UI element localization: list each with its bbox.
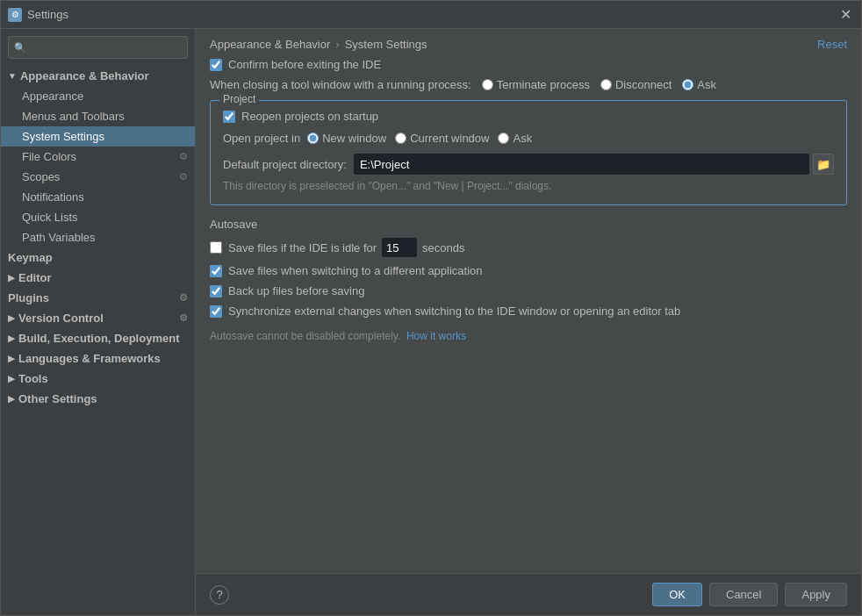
app-icon: ⚙ <box>8 8 22 22</box>
breadcrumb-current: System Settings <box>345 38 427 51</box>
sidebar-item-tools[interactable]: ▶ Tools <box>1 369 195 389</box>
reset-button[interactable]: Reset <box>817 38 847 51</box>
sidebar-item-editor[interactable]: ▶ Editor <box>1 268 195 288</box>
current-window-radio[interactable] <box>395 133 406 144</box>
how-it-works-link[interactable]: How it works <box>406 330 466 342</box>
sync-checkbox[interactable] <box>210 305 222 318</box>
folder-button[interactable]: 📁 <box>813 154 834 175</box>
sidebar-item-keymap[interactable]: Keymap <box>1 247 195 268</box>
sidebar-item-languages-frameworks[interactable]: ▶ Languages & Frameworks <box>1 348 195 369</box>
backup-checkbox[interactable] <box>210 285 222 297</box>
ask-openin-label: Ask <box>513 132 532 145</box>
title-bar: ⚙ Settings ✕ <box>1 1 861 29</box>
sidebar-item-system-settings[interactable]: System Settings <box>1 126 195 147</box>
switch-app-label[interactable]: Save files when switching to a different… <box>228 264 483 277</box>
idle-input[interactable] <box>382 238 417 257</box>
reopen-checkbox[interactable] <box>223 111 235 123</box>
main-layout: 🔍 ▼ Appearance & Behavior Appearance Men… <box>1 29 861 615</box>
breadcrumb-separator: › <box>335 38 339 51</box>
sidebar-item-appearance[interactable]: Appearance <box>1 86 195 106</box>
main-panel: Appearance & Behavior › System Settings … <box>196 29 861 615</box>
open-project-in-row: Open project in New window Current windo… <box>223 132 834 145</box>
reopen-label[interactable]: Reopen projects on startup <box>241 110 378 123</box>
apply-button[interactable]: Apply <box>785 583 847 606</box>
footer: ? OK Cancel Apply <box>196 573 861 615</box>
idle-row: Save files if the IDE is idle for second… <box>210 238 847 257</box>
footer-right: OK Cancel Apply <box>652 583 847 606</box>
project-group-title: Project <box>219 93 259 105</box>
settings-body: Confirm before exiting the IDE When clos… <box>196 58 861 573</box>
confirm-exit-row: Confirm before exiting the IDE <box>210 58 847 71</box>
sidebar-item-build-execution[interactable]: ▶ Build, Execution, Deployment <box>1 328 195 348</box>
sidebar-item-menus-toolbars[interactable]: Menus and Toolbars <box>1 106 195 126</box>
gear-icon: ⚙ <box>179 171 188 183</box>
new-window-radio-label[interactable]: New window <box>307 132 386 145</box>
help-button[interactable]: ? <box>210 585 229 605</box>
sidebar-item-scopes[interactable]: Scopes ⚙ <box>1 167 195 187</box>
reopen-row: Reopen projects on startup <box>223 110 834 123</box>
ask-closing-radio[interactable] <box>682 79 693 90</box>
confirm-exit-checkbox[interactable] <box>210 59 222 71</box>
settings-window: ⚙ Settings ✕ 🔍 ▼ Appearance & Behavior A… <box>0 0 862 616</box>
sidebar: 🔍 ▼ Appearance & Behavior Appearance Men… <box>1 29 196 615</box>
sidebar-item-other-settings[interactable]: ▶ Other Settings <box>1 389 195 409</box>
confirm-exit-label[interactable]: Confirm before exiting the IDE <box>228 58 381 71</box>
dir-hint: This directory is preselected in "Open..… <box>223 180 834 192</box>
open-in-label: Open project in <box>223 132 300 145</box>
sidebar-item-appearance-behavior[interactable]: ▼ Appearance & Behavior <box>1 66 195 86</box>
default-dir-row: Default project directory: 📁 <box>223 154 834 175</box>
sidebar-item-path-variables[interactable]: Path Variables <box>1 227 195 247</box>
autosave-note: Autosave cannot be disabled completely. … <box>210 330 847 342</box>
backup-label[interactable]: Back up files before saving <box>228 284 364 297</box>
terminate-label: Terminate process <box>497 78 590 91</box>
sync-external-row: Synchronize external changes when switch… <box>210 304 847 318</box>
ask-closing-radio-label[interactable]: Ask <box>682 78 716 91</box>
sidebar-item-quick-lists[interactable]: Quick Lists <box>1 207 195 227</box>
ask-closing-label: Ask <box>697 78 716 91</box>
project-group: Project Reopen projects on startup Open … <box>210 100 847 205</box>
new-window-label: New window <box>322 132 386 145</box>
new-window-radio[interactable] <box>307 133 319 144</box>
sidebar-item-file-colors[interactable]: File Colors ⚙ <box>1 147 195 167</box>
arrow-icon: ▶ <box>8 273 15 283</box>
breadcrumb-parent: Appearance & Behavior <box>210 38 330 51</box>
cancel-button[interactable]: Cancel <box>709 583 778 606</box>
current-window-label: Current window <box>410 132 489 145</box>
ask-openin-radio[interactable] <box>498 133 509 144</box>
autosave-title: Autosave <box>210 218 847 231</box>
switch-app-row: Save files when switching to a different… <box>210 264 847 277</box>
switch-app-checkbox[interactable] <box>210 265 222 277</box>
current-window-radio-label[interactable]: Current window <box>395 132 489 145</box>
gear-icon: ⚙ <box>179 151 188 162</box>
closing-tool-window-row: When closing a tool window with a runnin… <box>210 78 847 91</box>
breadcrumb-bar: Appearance & Behavior › System Settings … <box>196 29 861 58</box>
disconnect-radio[interactable] <box>600 79 612 90</box>
default-dir-label: Default project directory: <box>223 158 347 171</box>
arrow-icon: ▶ <box>8 313 15 323</box>
search-icon: 🔍 <box>14 42 26 54</box>
arrow-icon: ▶ <box>8 374 15 383</box>
idle-checkbox[interactable] <box>210 241 222 254</box>
sidebar-item-plugins[interactable]: Plugins ⚙ <box>1 288 195 308</box>
ask-openin-radio-label[interactable]: Ask <box>498 132 532 145</box>
sidebar-item-version-control[interactable]: ▶ Version Control ⚙ <box>1 308 195 328</box>
footer-left: ? <box>210 585 229 605</box>
disconnect-label: Disconnect <box>615 78 672 91</box>
sidebar-item-notifications[interactable]: Notifications <box>1 187 195 207</box>
arrow-icon: ▼ <box>8 71 17 81</box>
gear-icon: ⚙ <box>179 312 188 324</box>
arrow-icon: ▶ <box>8 354 15 363</box>
terminate-radio-label[interactable]: Terminate process <box>482 78 590 91</box>
search-input[interactable] <box>30 41 182 54</box>
arrow-icon: ▶ <box>8 333 15 343</box>
close-button[interactable]: ✕ <box>837 6 854 24</box>
disconnect-radio-label[interactable]: Disconnect <box>600 78 672 91</box>
ok-button[interactable]: OK <box>652 583 702 606</box>
default-dir-input[interactable] <box>354 154 809 175</box>
idle-label-before[interactable]: Save files if the IDE is idle for <box>228 241 377 254</box>
terminate-radio[interactable] <box>482 79 493 90</box>
sync-label[interactable]: Synchronize external changes when switch… <box>228 304 680 318</box>
search-box[interactable]: 🔍 <box>8 36 188 59</box>
arrow-icon: ▶ <box>8 394 15 404</box>
breadcrumb: Appearance & Behavior › System Settings <box>210 38 427 51</box>
